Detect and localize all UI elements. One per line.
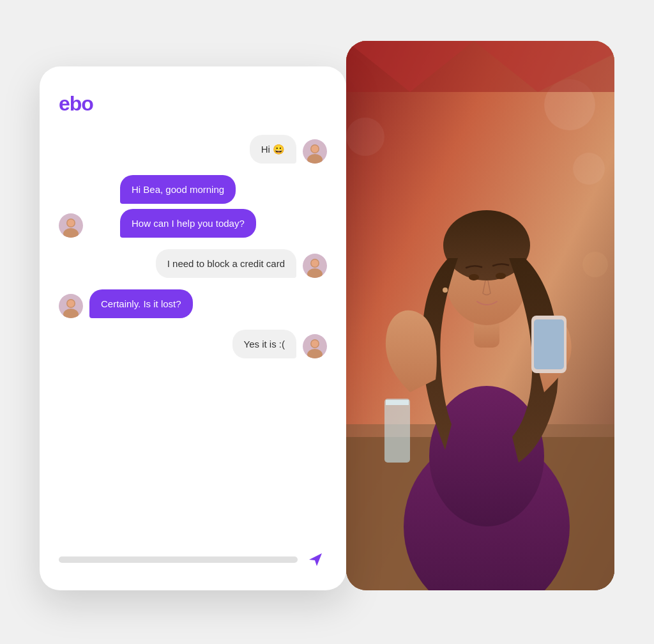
user-avatar-icon-2: [303, 254, 327, 278]
messages-container: Hi 😀: [59, 135, 327, 535]
svg-point-3: [312, 146, 319, 153]
bot-avatar-icon-1: [59, 213, 83, 238]
main-scene: ebo Hi 😀: [40, 41, 614, 603]
logo: ebo: [59, 92, 327, 116]
avatar-bot-1: [59, 213, 83, 238]
background-scene: [346, 41, 614, 590]
svg-point-15: [68, 300, 75, 307]
bot-avatar-icon-2: [59, 294, 83, 318]
user-avatar-icon: [303, 139, 327, 164]
bubble-bot-1b: How can I help you today?: [120, 209, 256, 238]
message-row-4: Certainly. Is it lost?: [59, 289, 327, 318]
avatar-bot-2: [59, 294, 83, 318]
svg-point-7: [68, 220, 75, 227]
avatar-user-2: [303, 254, 327, 278]
svg-point-32: [443, 288, 448, 293]
svg-point-36: [573, 153, 605, 185]
bubble-bot-2: Certainly. Is it lost?: [89, 289, 193, 318]
bubble-user-1: Hi 😀: [250, 135, 296, 164]
svg-point-30: [469, 274, 479, 280]
chat-input-bar[interactable]: [59, 556, 298, 563]
user-avatar-icon-3: [303, 334, 327, 358]
send-button[interactable]: [304, 548, 327, 571]
svg-point-19: [312, 341, 319, 348]
avatar-user-3: [303, 334, 327, 358]
input-bar: [59, 548, 327, 571]
svg-point-11: [312, 260, 319, 267]
send-icon: [308, 552, 323, 567]
svg-rect-23: [384, 399, 410, 463]
chat-card: ebo Hi 😀: [40, 66, 346, 590]
bot-message-group-1: Hi Bea, good morning How can I help you …: [120, 175, 256, 238]
svg-point-38: [582, 252, 608, 277]
bubble-user-3: Yes it is :(: [232, 330, 296, 358]
message-row-3: I need to block a credit card: [59, 249, 327, 278]
photo-content: [346, 41, 614, 590]
avatar-user-1: [303, 139, 327, 164]
bubble-bot-1a: Hi Bea, good morning: [120, 175, 236, 204]
svg-rect-34: [534, 319, 564, 369]
message-row-5: Yes it is :(: [59, 330, 327, 358]
svg-point-37: [346, 118, 384, 156]
message-row-2: Hi Bea, good morning How can I help you …: [59, 175, 327, 238]
svg-point-31: [496, 273, 506, 279]
message-row-1: Hi 😀: [59, 135, 327, 164]
svg-rect-24: [386, 400, 409, 405]
photo-panel: [346, 41, 614, 590]
logo-text: ebo: [59, 92, 93, 115]
bubble-user-2: I need to block a credit card: [156, 249, 296, 278]
